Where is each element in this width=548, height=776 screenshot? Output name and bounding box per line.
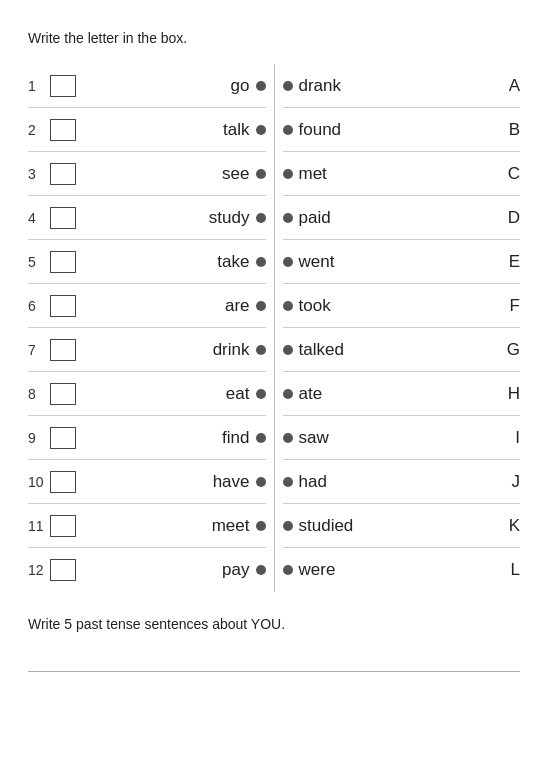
answer-box[interactable]	[50, 471, 76, 493]
right-row: hadJ	[283, 460, 521, 504]
answer-letter: H	[500, 384, 520, 404]
left-row: 1go	[28, 64, 266, 108]
past-tense-word: took	[299, 296, 501, 316]
left-row: 7drink	[28, 328, 266, 372]
answer-box[interactable]	[50, 559, 76, 581]
dot-left-icon	[256, 125, 266, 135]
write-line-1[interactable]	[28, 644, 520, 672]
answer-box[interactable]	[50, 295, 76, 317]
dot-right-icon	[283, 477, 293, 487]
row-number: 5	[28, 254, 50, 270]
dot-right-icon	[283, 169, 293, 179]
verb-word: see	[80, 164, 254, 184]
right-row: wereL	[283, 548, 521, 592]
dot-left-icon	[256, 565, 266, 575]
verb-word: pay	[80, 560, 254, 580]
answer-letter: I	[500, 428, 520, 448]
dot-right-icon	[283, 389, 293, 399]
row-number: 2	[28, 122, 50, 138]
dot-right-icon	[283, 301, 293, 311]
past-tense-word: met	[299, 164, 501, 184]
answer-box[interactable]	[50, 383, 76, 405]
answer-box[interactable]	[50, 119, 76, 141]
answer-box[interactable]	[50, 339, 76, 361]
answer-box[interactable]	[50, 163, 76, 185]
dot-right-icon	[283, 81, 293, 91]
left-row: 4study	[28, 196, 266, 240]
row-number: 4	[28, 210, 50, 226]
past-tense-word: studied	[299, 516, 501, 536]
dot-right-icon	[283, 521, 293, 531]
dot-right-icon	[283, 345, 293, 355]
bottom-instruction: Write 5 past tense sentences about YOU.	[28, 616, 520, 632]
right-row: foundB	[283, 108, 521, 152]
answer-box[interactable]	[50, 251, 76, 273]
answer-box[interactable]	[50, 515, 76, 537]
row-number: 12	[28, 562, 50, 578]
dot-left-icon	[256, 169, 266, 179]
right-row: ateH	[283, 372, 521, 416]
dot-left-icon	[256, 345, 266, 355]
row-number: 3	[28, 166, 50, 182]
verb-word: eat	[80, 384, 254, 404]
answer-letter: A	[500, 76, 520, 96]
dot-right-icon	[283, 125, 293, 135]
left-row: 6are	[28, 284, 266, 328]
past-tense-word: went	[299, 252, 501, 272]
left-row: 8eat	[28, 372, 266, 416]
answer-box[interactable]	[50, 427, 76, 449]
right-row: metC	[283, 152, 521, 196]
dot-right-icon	[283, 257, 293, 267]
row-number: 11	[28, 518, 50, 534]
dot-left-icon	[256, 213, 266, 223]
past-tense-word: drank	[299, 76, 501, 96]
past-tense-word: ate	[299, 384, 501, 404]
right-row: paidD	[283, 196, 521, 240]
left-row: 3see	[28, 152, 266, 196]
dot-left-icon	[256, 257, 266, 267]
past-tense-word: found	[299, 120, 501, 140]
verb-word: find	[80, 428, 254, 448]
dot-left-icon	[256, 301, 266, 311]
dot-left-icon	[256, 433, 266, 443]
left-row: 10have	[28, 460, 266, 504]
answer-box[interactable]	[50, 75, 76, 97]
answer-letter: E	[500, 252, 520, 272]
verb-word: take	[80, 252, 254, 272]
answer-box[interactable]	[50, 207, 76, 229]
right-row: sawI	[283, 416, 521, 460]
past-tense-word: were	[299, 560, 501, 580]
row-number: 1	[28, 78, 50, 94]
verb-word: have	[80, 472, 254, 492]
left-row: 5take	[28, 240, 266, 284]
row-number: 8	[28, 386, 50, 402]
answer-letter: D	[500, 208, 520, 228]
past-tense-word: talked	[299, 340, 501, 360]
dot-left-icon	[256, 521, 266, 531]
right-row: wentE	[283, 240, 521, 284]
right-row: tookF	[283, 284, 521, 328]
left-column: 1go2talk3see4study5take6are7drink8eat9fi…	[28, 64, 275, 592]
verb-word: talk	[80, 120, 254, 140]
answer-letter: J	[500, 472, 520, 492]
answer-letter: F	[500, 296, 520, 316]
verb-word: study	[80, 208, 254, 228]
answer-letter: C	[500, 164, 520, 184]
verb-word: are	[80, 296, 254, 316]
row-number: 6	[28, 298, 50, 314]
dot-right-icon	[283, 433, 293, 443]
past-tense-word: saw	[299, 428, 501, 448]
past-tense-word: paid	[299, 208, 501, 228]
right-column: drankAfoundBmetCpaidDwentEtookFtalkedGat…	[275, 64, 521, 592]
bottom-section: Write 5 past tense sentences about YOU.	[28, 616, 520, 672]
verb-word: go	[80, 76, 254, 96]
left-row: 12pay	[28, 548, 266, 592]
verb-word: meet	[80, 516, 254, 536]
answer-letter: K	[500, 516, 520, 536]
right-row: talkedG	[283, 328, 521, 372]
dot-left-icon	[256, 389, 266, 399]
dot-left-icon	[256, 81, 266, 91]
answer-letter: B	[500, 120, 520, 140]
dot-right-icon	[283, 213, 293, 223]
row-number: 7	[28, 342, 50, 358]
